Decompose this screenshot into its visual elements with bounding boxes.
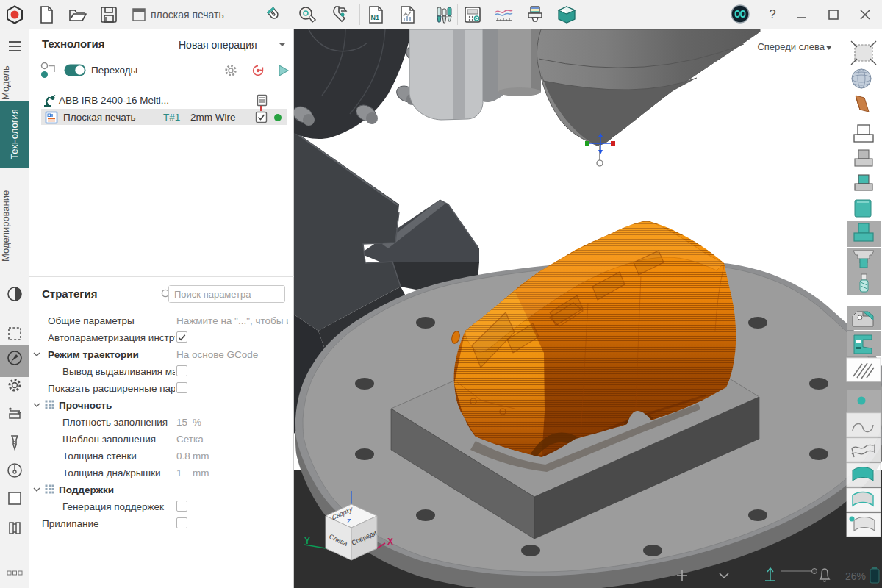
param-checkbox[interactable] (176, 517, 187, 528)
param-row[interactable]: Показать расширенные пара (29, 380, 293, 397)
viewport-3d[interactable]: Сверху Слева Спереди Z Y X Спереди слева… (294, 29, 882, 588)
operations-structure-icon[interactable] (40, 62, 58, 79)
nc-program-icon[interactable]: N1 (366, 5, 385, 24)
toolbar-separator (359, 4, 360, 25)
param-checkbox[interactable] (176, 331, 187, 343)
documentation-icon[interactable] (7, 520, 23, 536)
param-row[interactable]: Толщина стенки0.8mm (29, 448, 293, 465)
param-label: Прочность (59, 400, 175, 411)
new-operation-button[interactable]: Новая операция (179, 39, 257, 51)
param-row[interactable]: Толщина дна/крышки1mm (29, 465, 293, 481)
tab-technology[interactable]: Технология (0, 101, 29, 168)
workpiece-icon[interactable] (7, 490, 23, 506)
rtb-sphere-icon[interactable] (852, 69, 871, 88)
param-row[interactable]: Шаблон заполненияСетка (29, 431, 293, 448)
param-value[interactable]: Сетка (176, 434, 288, 445)
maximize-button[interactable] (826, 7, 841, 22)
param-value[interactable]: Нажмите на "...", чтобы изм (176, 315, 288, 326)
open-file-icon[interactable] (68, 5, 87, 24)
run-simulation-icon[interactable] (277, 64, 290, 77)
speed-slider-handle[interactable] (812, 569, 817, 574)
compass-tool-icon[interactable] (7, 350, 23, 366)
settings-gear-icon[interactable] (7, 377, 23, 393)
parameter-search-input[interactable] (169, 286, 284, 302)
param-row[interactable]: Плотность заполнения15% (29, 414, 293, 431)
param-row[interactable]: Вывод выдавливания мат (29, 363, 293, 380)
param-checkbox[interactable] (176, 382, 187, 393)
param-label: Плотность заполнения (62, 417, 175, 428)
param-label: Генерация поддержек (62, 501, 175, 512)
grid-icon (45, 484, 54, 494)
robot-icon (42, 94, 56, 108)
parameter-search-box[interactable] (168, 285, 285, 303)
rtb-cylinder-teal-icon[interactable] (855, 200, 871, 217)
help-button[interactable]: ? (764, 7, 781, 22)
main-menu-icon[interactable] (7, 38, 23, 54)
param-unit: mm (193, 467, 209, 478)
param-label: Автопараметризация инструм (48, 332, 175, 343)
rtb-machine-part-icon[interactable] (853, 312, 873, 326)
graphs-icon[interactable] (494, 5, 513, 24)
tree-row-operation-content: Плоская печать T#1 2mm Wire (29, 110, 287, 126)
assistant-icon[interactable] (730, 4, 750, 24)
rtb-drill-icon[interactable] (860, 274, 868, 292)
param-label: Шаблон заполнения (62, 434, 175, 445)
new-operation-caret-icon[interactable] (279, 43, 286, 46)
param-unit: % (193, 417, 201, 428)
param-row[interactable]: Режим траекторииНа основе GCode (29, 346, 293, 363)
caliper-icon[interactable] (330, 5, 349, 24)
chevron-down-icon[interactable] (33, 487, 40, 492)
rtb-point-icon[interactable] (858, 397, 866, 405)
param-checkbox[interactable] (176, 365, 187, 376)
tools-library-icon[interactable] (434, 5, 453, 24)
report-icon[interactable] (398, 5, 417, 24)
tool-icon[interactable] (7, 434, 23, 451)
param-value[interactable]: На основе GCode (176, 349, 288, 360)
transitions-toggle[interactable] (64, 64, 86, 76)
operation-enabled-checkbox[interactable] (255, 111, 268, 123)
gauge-icon[interactable] (7, 462, 23, 478)
grid-icon (45, 400, 54, 409)
param-label: Вывод выдавливания мат (62, 366, 175, 377)
operation-settings-gear-icon[interactable] (223, 63, 238, 78)
app-logo-icon[interactable] (5, 5, 24, 24)
param-row[interactable]: Прилипание (29, 515, 293, 532)
cube-z-axis-label: Z (347, 517, 351, 525)
simulation-box-icon[interactable] (557, 5, 576, 24)
document-window-icon (132, 7, 146, 22)
recalculate-icon[interactable] (251, 63, 265, 78)
measure-tape-icon[interactable] (298, 5, 317, 24)
tab-modeling[interactable]: Моделирование (0, 174, 29, 277)
toolbar-separator (126, 4, 126, 25)
param-row[interactable]: Автопараметризация инструм (29, 329, 293, 346)
tab-model[interactable]: Модель (0, 60, 29, 106)
tool-name: 2mm Wire (190, 112, 236, 123)
new-file-icon[interactable] (37, 5, 56, 24)
param-row[interactable]: Прочность (29, 397, 293, 414)
axis-y-label: Y (304, 536, 310, 546)
param-row[interactable]: Генерация поддержек (29, 498, 293, 515)
shading-mode-icon[interactable] (7, 286, 23, 302)
param-row[interactable]: Поддержки (29, 481, 293, 498)
save-icon[interactable] (99, 5, 118, 24)
magnet-icon[interactable] (265, 5, 284, 24)
machine-setup-icon[interactable] (7, 405, 23, 421)
close-button[interactable] (858, 7, 872, 22)
more-options-icon[interactable] (7, 569, 23, 578)
panel-divider (29, 276, 294, 277)
view-orientation-label[interactable]: Спереди слева (757, 41, 825, 52)
chevron-down-icon[interactable] (33, 352, 40, 356)
calculator-icon[interactable] (463, 5, 482, 24)
rtb-cell-bg (847, 413, 881, 437)
tree-row-robot[interactable]: ABB IRB 2400-16 Melti... (29, 93, 287, 109)
selection-box-icon[interactable] (7, 326, 23, 342)
tool-number: T#1 (163, 112, 180, 123)
battery-nub (872, 567, 877, 569)
chevron-down-icon[interactable] (33, 403, 40, 407)
param-label: Прилипание (42, 518, 175, 529)
operation-notes-icon[interactable] (256, 94, 268, 107)
param-row[interactable]: Общие параметрыНажмите на "...", чтобы и… (29, 312, 293, 329)
print-head-icon[interactable] (526, 5, 545, 24)
minimize-button[interactable] (794, 7, 808, 22)
param-checkbox[interactable] (176, 501, 187, 512)
